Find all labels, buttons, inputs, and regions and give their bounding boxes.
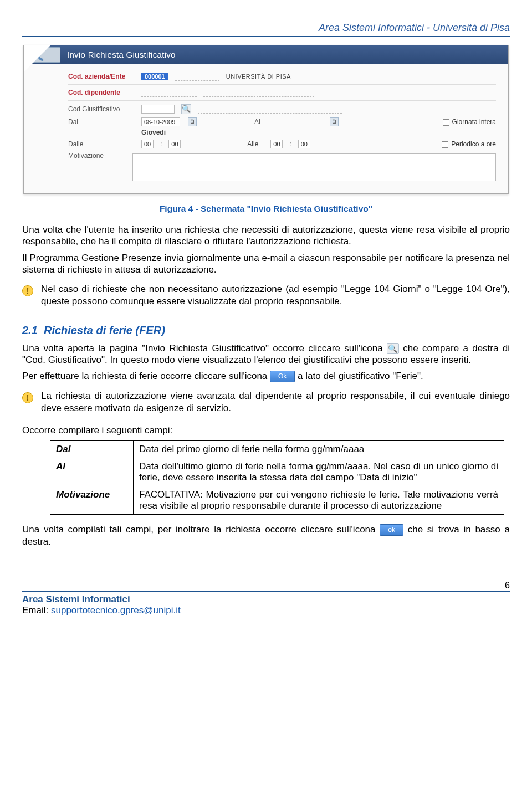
field-dal-date[interactable]: 08-10-2009 xyxy=(141,117,180,126)
ok-button: ok xyxy=(380,524,403,536)
paragraph: Una volta compilati tali campi, per inol… xyxy=(22,524,510,547)
app-titlebar: Invio Richiesta Giustificativo xyxy=(24,45,508,64)
checkbox-giornata-intera[interactable] xyxy=(443,119,449,126)
field-motivazione[interactable] xyxy=(132,153,496,181)
field-name: Motivazione xyxy=(50,486,134,515)
table-row: Motivazione FACOLTATIVA: Motivazione per… xyxy=(50,486,504,515)
paragraph: Per effettuare la richiesta di ferie occ… xyxy=(22,370,510,382)
footer-divider xyxy=(22,591,510,592)
label-cod-dipendente: Cod. dipendente xyxy=(68,89,120,96)
field-desc: FACOLTATIVA: Motivazione per cui vengono… xyxy=(134,486,504,515)
figure-caption: Figura 4 - Schermata "Invio Richiesta Gi… xyxy=(22,204,510,214)
page-footer: 6 Area Sistemi Informatici Email: suppor… xyxy=(22,581,510,616)
alert-icon: ! xyxy=(22,285,33,296)
section-heading: 2.1 Richiesta di ferie (FER) xyxy=(22,324,510,337)
label-dal: Dal xyxy=(68,118,135,126)
page-number: 6 xyxy=(22,581,510,591)
table-row: Dal Data del primo giorno di ferie nella… xyxy=(50,441,504,458)
field-al-date[interactable] xyxy=(278,117,322,126)
field-desc: Data dell'ultimo giorno di ferie nella f… xyxy=(134,458,504,486)
footer-org: Area Sistemi Informatici xyxy=(22,594,510,605)
label-giornata-intera: Giornata intera xyxy=(452,118,496,126)
label-cod-giustificativo: Cod Giustificativo xyxy=(68,105,135,113)
label-cod-azienda: Cod. azienda/Ente xyxy=(68,73,125,80)
alert-icon: ! xyxy=(22,392,33,403)
search-icon[interactable]: 🔍 xyxy=(181,104,191,114)
footer-email-link[interactable]: supportotecnico.gpres@unipi.it xyxy=(51,605,181,616)
label-motivazione: Motivazione xyxy=(68,152,126,160)
figure-4-screenshot: Invio Richiesta Giustificativo Cod. azie… xyxy=(23,45,509,194)
field-desc: Data del primo giorno di ferie nella for… xyxy=(134,441,504,458)
calendar-icon[interactable]: 🗓 xyxy=(330,117,339,126)
label-ente: UNIVERSITÀ DI PISA xyxy=(226,73,291,80)
field-alle-m[interactable]: 00 xyxy=(298,140,310,148)
field-dalle-m[interactable]: 00 xyxy=(168,140,181,148)
paragraph: Una volta aperta la pagina "Invio Richie… xyxy=(22,342,510,366)
value-cod-azienda: 000001 xyxy=(141,73,168,80)
label-periodico-ore: Periodico a ore xyxy=(451,140,496,148)
field-name: Dal xyxy=(50,441,134,458)
header-divider xyxy=(22,36,510,37)
calendar-icon[interactable]: 🗓 xyxy=(188,117,197,126)
label-alle: Alle xyxy=(247,140,264,148)
fields-table: Dal Data del primo giorno di ferie nella… xyxy=(50,440,504,515)
paragraph: Una volta che l'utente ha inserito una r… xyxy=(22,224,510,248)
paragraph: Il Programma Gestione Presenze invia gio… xyxy=(22,252,510,276)
page-header-right: Area Sistemi Informatici - Università di… xyxy=(22,22,510,34)
table-row: Al Data dell'ultimo giorno di ferie nell… xyxy=(50,458,504,486)
footer-email-label: Email: xyxy=(22,605,51,616)
alert-text: La richiesta di autorizzazione viene ava… xyxy=(41,390,510,414)
label-al: Al xyxy=(254,118,271,126)
checkbox-periodico-ore[interactable] xyxy=(442,141,448,148)
search-icon: 🔍 xyxy=(387,343,399,354)
label-dal-day: Giovedì xyxy=(141,129,166,136)
field-dalle-h[interactable]: 00 xyxy=(141,140,154,148)
alert-text: Nel caso di richieste che non necessitan… xyxy=(41,283,510,308)
paragraph: Occorre compilare i seguenti campi: xyxy=(22,424,510,436)
field-name: Al xyxy=(50,458,134,486)
field-cod-giustificativo[interactable] xyxy=(141,105,175,114)
window-title: Invio Richiesta Giustificativo xyxy=(67,50,176,59)
label-dalle: Dalle xyxy=(68,140,135,148)
ok-button: Ok xyxy=(270,371,295,382)
field-alle-h[interactable]: 00 xyxy=(270,140,283,148)
